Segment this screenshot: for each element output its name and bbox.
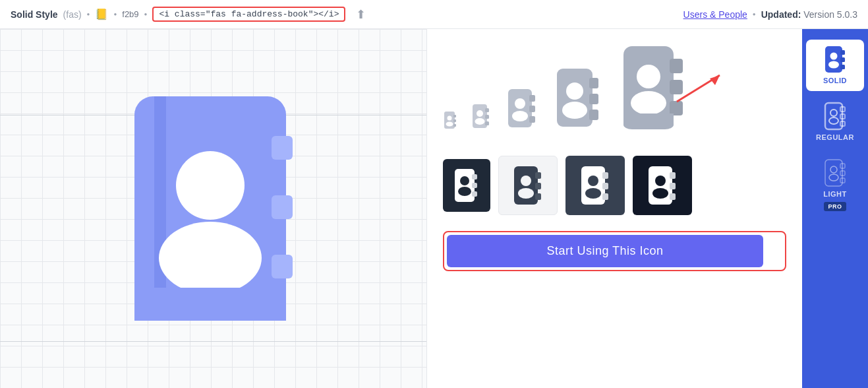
style-option-solid[interactable]: SOLID bbox=[806, 40, 864, 91]
svg-rect-32 bbox=[589, 94, 598, 104]
svg-rect-71 bbox=[840, 65, 845, 69]
svg-point-23 bbox=[475, 118, 485, 125]
dot-separator-3: ● bbox=[144, 11, 148, 17]
svg-point-79 bbox=[829, 117, 838, 124]
size-sm-icon bbox=[471, 103, 492, 129]
hash-value: f2b9 bbox=[122, 9, 138, 19]
light-icon-svg bbox=[823, 158, 847, 187]
style-option-light[interactable]: LIGHT PRO bbox=[806, 153, 864, 218]
svg-point-66 bbox=[655, 176, 666, 186]
book-icon: 📒 bbox=[95, 8, 108, 20]
header: Solid Style (fas) ● 📒 ● f2b9 ● <i class=… bbox=[0, 0, 868, 29]
svg-rect-65 bbox=[670, 193, 676, 200]
code-snippet[interactable]: <i class="fas fa-address-book"></i> bbox=[152, 7, 345, 22]
svg-point-16 bbox=[448, 116, 452, 121]
light-label: LIGHT bbox=[823, 190, 847, 198]
svg-rect-15 bbox=[453, 124, 456, 127]
svg-rect-25 bbox=[529, 95, 535, 102]
svg-point-6 bbox=[159, 222, 262, 294]
svg-point-48 bbox=[460, 176, 469, 185]
solid-label: SOLID bbox=[823, 77, 847, 84]
svg-rect-31 bbox=[589, 78, 598, 88]
svg-rect-53 bbox=[535, 193, 541, 200]
svg-rect-1 bbox=[272, 136, 293, 160]
dot-separator-1: ● bbox=[87, 11, 90, 17]
size-lg-icon bbox=[552, 66, 604, 129]
svg-point-60 bbox=[588, 176, 598, 186]
svg-rect-13 bbox=[453, 115, 456, 117]
start-button-wrapper: Start Using This Icon bbox=[443, 231, 786, 271]
dark-icon-darkest-svg bbox=[645, 164, 680, 207]
svg-rect-45 bbox=[472, 174, 477, 179]
dark-icon-black-svg bbox=[452, 168, 481, 203]
size-md-icon bbox=[505, 87, 539, 129]
svg-rect-47 bbox=[472, 191, 477, 197]
regular-style-icon bbox=[822, 103, 848, 129]
preview-panel bbox=[0, 29, 427, 388]
solid-icon-svg bbox=[823, 45, 847, 74]
svg-rect-3 bbox=[272, 255, 293, 278]
pro-badge: PRO bbox=[824, 202, 846, 211]
svg-point-40 bbox=[637, 65, 660, 88]
svg-rect-14 bbox=[453, 119, 456, 122]
svg-point-73 bbox=[828, 61, 839, 69]
dark-icon-dark-gray bbox=[565, 156, 625, 215]
header-left: Solid Style (fas) ● 📒 ● f2b9 ● <i class=… bbox=[11, 7, 683, 22]
svg-rect-19 bbox=[485, 108, 489, 112]
style-option-regular[interactable]: REGULAR bbox=[806, 96, 864, 148]
svg-point-55 bbox=[518, 188, 534, 199]
dark-icon-black bbox=[443, 159, 490, 212]
preview-icon-wrapper bbox=[108, 83, 319, 334]
upload-icon[interactable]: ⬆ bbox=[356, 7, 366, 22]
svg-marker-11 bbox=[710, 75, 720, 85]
dark-icon-darkest bbox=[633, 156, 692, 215]
svg-rect-52 bbox=[535, 183, 541, 189]
svg-point-34 bbox=[566, 82, 583, 100]
svg-point-84 bbox=[830, 166, 837, 173]
svg-point-29 bbox=[512, 111, 528, 121]
version-text: Version 5.0.3 bbox=[803, 9, 857, 20]
svg-rect-4 bbox=[154, 96, 166, 321]
svg-rect-51 bbox=[535, 172, 541, 179]
svg-point-85 bbox=[829, 174, 838, 181]
updated-text: Updated: Version 5.0.3 bbox=[761, 9, 857, 20]
grid-line-bottom bbox=[0, 341, 426, 342]
svg-point-61 bbox=[585, 188, 601, 199]
updated-label: Updated: bbox=[761, 9, 801, 20]
svg-rect-43 bbox=[623, 120, 674, 129]
category-link[interactable]: Users & People bbox=[683, 9, 747, 20]
svg-point-17 bbox=[446, 122, 453, 127]
svg-rect-58 bbox=[602, 183, 608, 189]
size-lg bbox=[552, 66, 604, 129]
svg-point-35 bbox=[562, 102, 587, 119]
regular-icon-svg bbox=[823, 102, 847, 131]
dot-separator-2: ● bbox=[113, 11, 117, 17]
svg-point-41 bbox=[631, 91, 666, 115]
svg-rect-21 bbox=[485, 121, 489, 125]
svg-rect-27 bbox=[529, 116, 535, 123]
svg-rect-63 bbox=[670, 172, 676, 179]
svg-point-72 bbox=[830, 53, 838, 60]
svg-point-67 bbox=[652, 188, 668, 199]
size-xs bbox=[443, 111, 457, 129]
svg-rect-20 bbox=[485, 115, 489, 119]
regular-label: REGULAR bbox=[816, 133, 854, 141]
style-sidebar: SOLID REGULAR bbox=[802, 29, 868, 388]
svg-rect-69 bbox=[840, 50, 845, 55]
dark-icon-dark-gray-svg bbox=[578, 164, 612, 207]
svg-rect-57 bbox=[602, 172, 608, 179]
dark-icon-light-gray-svg bbox=[511, 164, 545, 207]
main-content: Start Using This Icon SOLID bbox=[0, 29, 868, 388]
svg-point-78 bbox=[830, 110, 837, 116]
arrow-indicator bbox=[670, 69, 730, 111]
svg-rect-70 bbox=[840, 57, 845, 62]
size-xs-icon bbox=[443, 111, 457, 129]
svg-point-54 bbox=[521, 176, 531, 186]
light-style-icon bbox=[822, 160, 848, 186]
svg-rect-2 bbox=[272, 195, 293, 219]
address-book-preview-icon bbox=[108, 83, 319, 334]
start-using-button[interactable]: Start Using This Icon bbox=[447, 235, 763, 267]
style-label: Solid Style bbox=[11, 9, 58, 20]
dark-row bbox=[443, 156, 786, 215]
sizes-grid bbox=[443, 42, 786, 140]
